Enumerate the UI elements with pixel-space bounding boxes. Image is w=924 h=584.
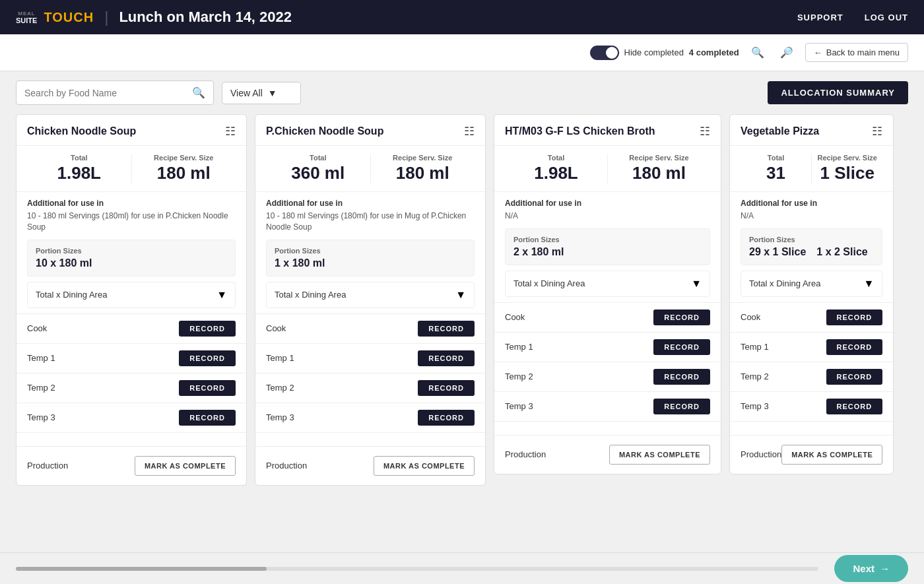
dining-chevron-icon: ▼ (216, 289, 227, 301)
card-footer: Production MARK AS COMPLETE (494, 435, 721, 474)
recipe-serv-col: Recipe Serv. Size 180 ml (371, 154, 475, 183)
logout-link[interactable]: LOG OUT (865, 13, 908, 22)
record-row-label-2: Temp 2 (27, 383, 55, 393)
bottom-bar: Next → (0, 552, 924, 584)
mark-as-complete-button[interactable]: MARK AS COMPLETE (609, 445, 710, 465)
additional-section: Additional for use in 10 - 180 ml Servin… (16, 192, 246, 240)
back-to-main-button[interactable]: ← Back to main menu (805, 43, 908, 62)
hide-completed-toggle[interactable] (590, 46, 619, 60)
portion-label: Portion Sizes (749, 236, 874, 243)
view-all-dropdown[interactable]: View All ▼ (222, 82, 301, 104)
record-rows: Cook RECORD Temp 1 RECORD Temp 2 RECORD … (16, 313, 246, 433)
dining-area-dropdown[interactable]: Total x Dining Area ▼ (505, 271, 710, 297)
zoom-out-button[interactable]: 🔍 (747, 42, 768, 63)
portion-section: Portion Sizes 10 x 180 ml (27, 240, 236, 276)
recipe-serv-value: 1 Slice (812, 163, 882, 183)
food-card-card4: Vegetable Pizza ☷ Total 31 Recipe Serv. … (729, 114, 894, 474)
dining-chevron-icon: ▼ (863, 278, 874, 290)
mark-as-complete-button[interactable]: MARK AS COMPLETE (374, 456, 475, 476)
zoom-in-button[interactable]: 🔎 (776, 42, 797, 63)
hide-completed-area: Hide completed 4 completed (590, 46, 739, 60)
controls-bar: 🔍 View All ▼ ALLOCATION SUMMARY (0, 71, 924, 114)
record-button-0[interactable]: RECORD (179, 321, 236, 337)
next-arrow-icon: → (880, 563, 890, 574)
additional-section: Additional for use in 10 - 180 ml Servin… (255, 192, 485, 240)
record-button-1[interactable]: RECORD (653, 339, 710, 355)
total-label: Total (505, 154, 607, 162)
card-menu-icon[interactable]: ☷ (225, 124, 236, 139)
logo-area: MEAL SUITE TOUCH (16, 10, 94, 25)
total-label: Total (266, 154, 370, 162)
recipe-serv-value: 180 ml (371, 163, 475, 183)
card-footer: Production MARK AS COMPLETE (16, 446, 246, 485)
support-link[interactable]: SUPPORT (797, 13, 843, 22)
dining-area-label: Total x Dining Area (749, 278, 820, 288)
portion-label: Portion Sizes (513, 236, 702, 243)
record-button-0[interactable]: RECORD (826, 309, 883, 325)
mark-as-complete-button[interactable]: MARK AS COMPLETE (135, 456, 236, 476)
portion-section: Portion Sizes 2 x 180 ml (505, 228, 710, 265)
production-label: Production (27, 461, 68, 470)
dining-area-label: Total x Dining Area (36, 290, 107, 300)
chevron-down-icon: ▼ (268, 88, 277, 98)
food-card-card2: P.Chicken Noodle Soup ☷ Total 360 ml Rec… (255, 114, 486, 486)
card-menu-icon[interactable]: ☷ (700, 124, 710, 139)
card-menu-icon[interactable]: ☷ (872, 124, 882, 139)
dining-area-label: Total x Dining Area (275, 290, 346, 300)
record-row-2: Temp 2 RECORD (255, 373, 485, 403)
record-rows: Cook RECORD Temp 1 RECORD Temp 2 RECORD … (730, 302, 893, 422)
scrollbar-track[interactable] (16, 567, 818, 571)
header-nav: SUPPORT LOG OUT (797, 13, 908, 22)
additional-text: 10 - 180 ml Servings (180ml) for use in … (266, 211, 475, 233)
portion-label: Portion Sizes (36, 247, 227, 255)
card-menu-icon[interactable]: ☷ (464, 124, 475, 139)
record-button-1[interactable]: RECORD (826, 339, 883, 355)
record-row-label-1: Temp 1 (741, 342, 769, 352)
record-row-label-0: Cook (741, 312, 760, 322)
record-button-2[interactable]: RECORD (418, 380, 475, 396)
record-row-3: Temp 3 RECORD (494, 392, 721, 422)
record-button-2[interactable]: RECORD (826, 369, 883, 385)
record-button-3[interactable]: RECORD (653, 399, 710, 414)
total-value: 1.98L (27, 163, 131, 183)
card-footer: Production MARK AS COMPLETE (255, 446, 485, 485)
record-button-0[interactable]: RECORD (418, 321, 475, 337)
back-arrow-icon: ← (814, 48, 822, 57)
portion-value: 2 x 180 ml (513, 246, 564, 258)
record-button-3[interactable]: RECORD (418, 410, 475, 426)
recipe-serv-label: Recipe Serv. Size (812, 154, 882, 162)
logo-meal-text: MEAL (18, 11, 35, 16)
dining-area-dropdown[interactable]: Total x Dining Area ▼ (741, 271, 882, 297)
record-row-label-2: Temp 2 (266, 383, 294, 393)
allocation-summary-button[interactable]: ALLOCATION SUMMARY (768, 81, 908, 104)
production-label: Production (741, 449, 781, 459)
record-row-1: Temp 1 RECORD (16, 344, 246, 373)
card-title: Vegetable Pizza (741, 125, 819, 137)
food-card-card1: Chicken Noodle Soup ☷ Total 1.98L Recipe… (16, 114, 247, 486)
next-button[interactable]: Next → (834, 555, 908, 582)
record-button-3[interactable]: RECORD (826, 399, 883, 414)
dining-chevron-icon: ▼ (691, 278, 702, 290)
portion-values: 2 x 180 ml (513, 246, 702, 258)
card-totals: Total 1.98L Recipe Serv. Size 180 ml (494, 146, 721, 192)
recipe-serv-value: 180 ml (608, 163, 710, 183)
dining-area-dropdown[interactable]: Total x Dining Area ▼ (27, 282, 236, 308)
mark-as-complete-button[interactable]: MARK AS COMPLETE (781, 445, 882, 465)
record-button-1[interactable]: RECORD (418, 350, 475, 366)
dining-area-dropdown[interactable]: Total x Dining Area ▼ (266, 282, 475, 308)
record-button-0[interactable]: RECORD (653, 309, 710, 325)
portion-values: 29 x 1 Slice 1 x 2 Slice (749, 246, 874, 258)
record-rows: Cook RECORD Temp 1 RECORD Temp 2 RECORD … (255, 313, 485, 433)
search-box[interactable]: 🔍 (16, 81, 214, 105)
total-value: 360 ml (266, 163, 370, 183)
page-title: Lunch on March 14, 2022 (119, 9, 292, 26)
card-title: HT/M03 G-F LS Chicken Broth (505, 125, 655, 137)
record-button-3[interactable]: RECORD (179, 410, 236, 426)
search-input[interactable] (24, 88, 187, 98)
record-row-2: Temp 2 RECORD (494, 362, 721, 392)
logo-box: MEAL SUITE (16, 11, 37, 24)
record-button-2[interactable]: RECORD (179, 380, 236, 396)
recipe-serv-label: Recipe Serv. Size (608, 154, 710, 162)
record-button-2[interactable]: RECORD (653, 369, 710, 385)
record-button-1[interactable]: RECORD (179, 350, 236, 366)
